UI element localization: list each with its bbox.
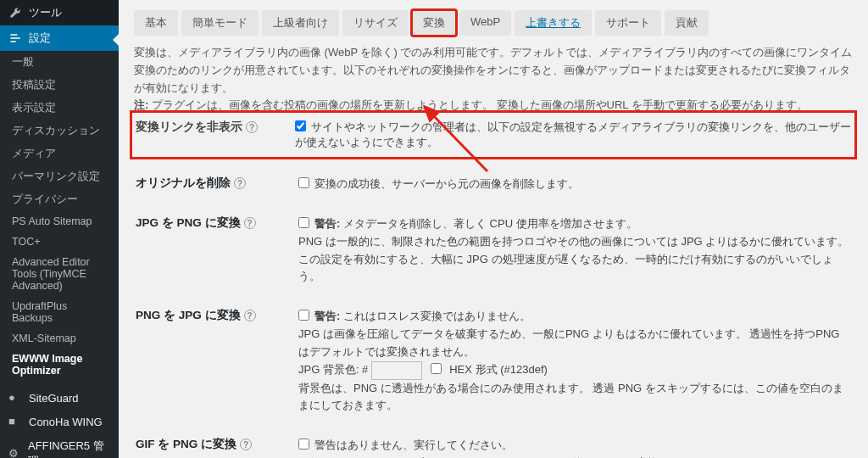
tab-2[interactable]: 上級者向け bbox=[262, 10, 339, 36]
sidebar-label: AFFINGER5 管理 bbox=[28, 438, 110, 458]
help-icon[interactable]: ? bbox=[240, 438, 252, 450]
help-icon[interactable]: ? bbox=[244, 217, 256, 229]
gif2png-label: GIF を PNG に変換 bbox=[136, 438, 236, 450]
gif2png-text: 警告はありません、実行してください。 bbox=[314, 438, 513, 451]
sidebar-label: ConoHa WING bbox=[29, 416, 103, 428]
sidebar-item[interactable]: ●SiteGuard bbox=[0, 386, 119, 410]
sidebar-label: 設定 bbox=[29, 31, 51, 46]
tab-6[interactable]: 上書きする bbox=[515, 10, 592, 36]
sidebar-sub-item[interactable]: パーマリンク設定 bbox=[0, 165, 119, 188]
jpg2png-desc: PNG は一般的に、制限された色の範囲を持つロゴやその他の画像については JPG… bbox=[298, 235, 849, 283]
intro-line1: 変換は、メディアライブラリ内の画像 (WebP を除く) でのみ利用可能です。デ… bbox=[134, 44, 853, 97]
sidebar-sub-item[interactable]: EWWW Image Optimizer bbox=[0, 349, 119, 381]
del-checkbox[interactable] bbox=[298, 177, 309, 188]
tab-7[interactable]: サポート bbox=[595, 10, 661, 36]
help-icon[interactable]: ? bbox=[246, 121, 258, 133]
intro-note: プラグインは、画像を含む投稿の画像の場所を更新しようとします。 変換した画像の場… bbox=[148, 98, 807, 111]
png2jpg-warn: 警告: bbox=[314, 310, 340, 322]
jpg2png-warn: 警告: bbox=[314, 217, 340, 230]
jpg2png-label: JPG を PNG に変換 bbox=[136, 216, 241, 229]
intro-note-label: 注: bbox=[134, 98, 148, 111]
sidebar-sub-item[interactable]: プライバシー bbox=[0, 188, 119, 211]
sidebar-sub-item[interactable]: TOC+ bbox=[0, 232, 119, 252]
jpg2png-wtext: メタデータを削除し、著しく CPU 使用率を増加させます。 bbox=[340, 217, 637, 230]
sidebar-item-settings[interactable]: 設定 bbox=[0, 25, 119, 51]
sidebar-label: ツール bbox=[29, 5, 62, 20]
tab-5[interactable]: WebP bbox=[459, 10, 511, 36]
sidebar-sub-item[interactable]: メディア bbox=[0, 142, 119, 165]
tabs: 基本簡単モード上級者向けリサイズ変換WebP上書きするサポート貢献 bbox=[134, 10, 853, 36]
png2jpg-desc2: 背景色は、PNG に透過性がある場合にのみ使用されます。 透過 PNG をスキッ… bbox=[298, 382, 843, 412]
hex-input[interactable] bbox=[371, 361, 422, 380]
sidebar-sub-item[interactable]: XML-Sitemap bbox=[0, 328, 119, 349]
gif2png-checkbox[interactable] bbox=[298, 438, 309, 450]
hide-label: 変換リンクを非表示 bbox=[136, 120, 242, 133]
sidebar-sub-item[interactable]: 投稿設定 bbox=[0, 74, 119, 97]
sidebar-item[interactable]: ⚙AFFINGER5 管理 bbox=[0, 433, 119, 458]
sidebar-sub-item[interactable]: Advanced Editor Tools (TinyMCE Advanced) bbox=[0, 252, 119, 296]
png2jpg-desc: JPG は画像を圧縮してデータを破棄するため、一般にPNG よりもはるかに優れて… bbox=[298, 327, 839, 358]
sidebar-item[interactable]: ■ConoHa WING bbox=[0, 410, 119, 433]
settings-main: 基本簡単モード上級者向けリサイズ変換WebP上書きするサポート貢献 変換は、メデ… bbox=[119, 0, 868, 458]
del-text: 変換の成功後、サーバーから元の画像を削除します。 bbox=[314, 177, 579, 190]
tab-8[interactable]: 貢献 bbox=[665, 10, 709, 36]
intro-text: 変換は、メディアライブラリ内の画像 (WebP を除く) でのみ利用可能です。デ… bbox=[134, 44, 853, 114]
current-indicator bbox=[113, 34, 119, 46]
sliders-icon bbox=[8, 31, 22, 45]
gif-to-png-row: GIF を PNG に変換? 警告はありません、実行してください。 一般に PN… bbox=[136, 430, 851, 458]
png2jpg-bglabel: JPG 背景色: # bbox=[298, 363, 368, 376]
jpg2png-checkbox[interactable] bbox=[298, 217, 309, 228]
png2jpg-hexlabel: HEX 形式 (#123def) bbox=[447, 363, 548, 376]
admin-sidebar: ツール 設定 一般投稿設定表示設定ディスカッションメディアパーマリンク設定プライ… bbox=[0, 0, 119, 458]
hide-checkbox[interactable] bbox=[295, 120, 306, 131]
tab-1[interactable]: 簡単モード bbox=[181, 10, 259, 36]
hide-conversion-links-row: 変換リンクを非表示? サイトやネットワークの管理者は、以下の設定を無視するメディ… bbox=[134, 114, 853, 155]
del-label: オリジナルを削除 bbox=[136, 176, 231, 189]
hex-checkbox[interactable] bbox=[431, 363, 442, 374]
hide-text: サイトやネットワークの管理者は、以下の設定を無視するメディアライブラリの変換リン… bbox=[295, 120, 851, 148]
tab-3[interactable]: リサイズ bbox=[342, 10, 409, 36]
sidebar-sub-item[interactable]: ディスカッション bbox=[0, 120, 119, 142]
help-icon[interactable]: ? bbox=[234, 177, 246, 189]
png2jpg-checkbox[interactable] bbox=[298, 310, 309, 321]
sidebar-label: SiteGuard bbox=[29, 392, 79, 405]
menu-icon: ■ bbox=[8, 415, 22, 428]
delete-original-row: オリジナルを削除? 変換の成功後、サーバーから元の画像を削除します。 bbox=[136, 169, 851, 207]
wrench-icon bbox=[8, 6, 22, 20]
sidebar-sub-item[interactable]: PS Auto Sitemap bbox=[0, 211, 119, 232]
sidebar-sub-item[interactable]: 表示設定 bbox=[0, 97, 119, 120]
png2jpg-label: PNG を JPG に変換 bbox=[136, 309, 241, 321]
jpg-to-png-row: JPG を PNG に変換? 警告: メタデータを削除し、著しく CPU 使用率… bbox=[136, 209, 851, 299]
tab-4[interactable]: 変換 bbox=[412, 10, 456, 36]
png2jpg-wtext: これはロスレス変換ではありません。 bbox=[340, 310, 531, 322]
menu-icon: ⚙ bbox=[8, 447, 21, 458]
png-to-jpg-row: PNG を JPG に変換? 警告: これはロスレス変換ではありません。 JPG… bbox=[136, 301, 851, 428]
sidebar-sub-item[interactable]: 一般 bbox=[0, 51, 119, 74]
help-icon[interactable]: ? bbox=[244, 310, 256, 321]
tab-0[interactable]: 基本 bbox=[134, 10, 178, 36]
menu-icon: ● bbox=[8, 391, 22, 405]
sidebar-item-tools[interactable]: ツール bbox=[0, 0, 119, 25]
sidebar-sub-item[interactable]: UpdraftPlus Backups bbox=[0, 296, 119, 328]
